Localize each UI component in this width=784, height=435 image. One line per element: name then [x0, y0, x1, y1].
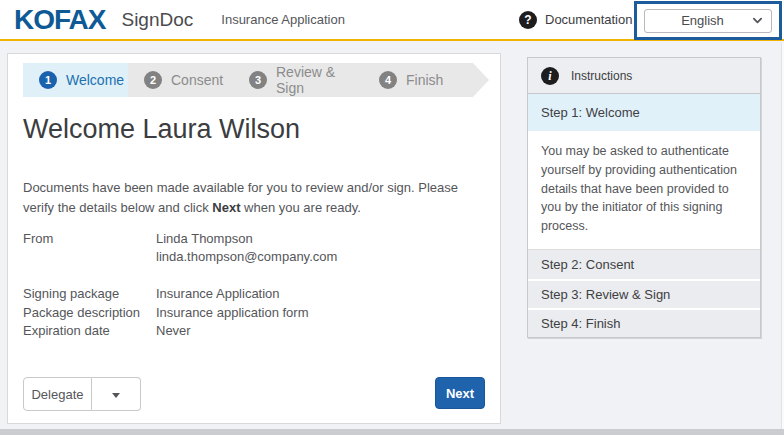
caret-down-icon [112, 393, 120, 398]
step-label: Finish [406, 72, 443, 88]
instructions-title: Instructions [571, 69, 632, 83]
wizard-step-finish[interactable]: 4 Finish [363, 63, 468, 97]
sidebar-step-3-review-sign[interactable]: Step 3: Review & Sign [528, 279, 760, 308]
step-number-badge: 1 [39, 71, 57, 89]
detail-label: Signing package [23, 285, 156, 303]
detail-value: Insurance application form [156, 304, 485, 322]
language-selected-value: English [653, 13, 752, 28]
step-label: Welcome [66, 72, 124, 88]
step-label: Review & Sign [276, 64, 363, 96]
detail-row-from: From Linda Thompson linda.thompson@compa… [23, 230, 485, 266]
detail-value: Never [156, 322, 485, 340]
intro-part2: when you are ready. [241, 200, 361, 215]
language-select[interactable]: English [644, 9, 772, 33]
detail-value: Linda Thompson linda.thompson@company.co… [156, 230, 485, 266]
delegate-button[interactable]: Delegate [23, 377, 92, 411]
step-label: Consent [171, 72, 223, 88]
sidebar-step-1-description: You may be asked to authenticate yoursel… [528, 131, 760, 250]
detail-row-expiration-date: Expiration date Never [23, 322, 485, 340]
intro-text: Documents have been made available for y… [23, 178, 485, 218]
package-details: From Linda Thompson linda.thompson@compa… [23, 230, 485, 340]
product-name: SignDoc [121, 9, 193, 31]
main-panel: 1 Welcome 2 Consent 3 Review & Sign 4 Fi… [7, 53, 501, 424]
instructions-header: i Instructions [528, 58, 760, 94]
sidebar-step-1-welcome[interactable]: Step 1: Welcome [528, 94, 760, 131]
welcome-heading: Welcome Laura Wilson [23, 114, 300, 145]
documentation-label: Documentation [545, 12, 632, 27]
help-icon: ? [519, 11, 537, 29]
delegate-split-button: Delegate [23, 377, 141, 411]
language-select-focus-ring: English [634, 1, 782, 40]
info-icon: i [541, 67, 559, 85]
detail-label: Package description [23, 304, 156, 322]
chevron-down-icon [752, 15, 763, 26]
intro-bold-next: Next [212, 200, 240, 215]
bottom-scrollbar[interactable] [0, 429, 784, 435]
delegate-dropdown-button[interactable] [92, 377, 141, 411]
instructions-panel: i Instructions Step 1: Welcome You may b… [527, 57, 761, 338]
wizard-step-consent[interactable]: 2 Consent [128, 63, 233, 97]
next-button[interactable]: Next [435, 377, 485, 409]
kofax-logo: KOFAX [14, 6, 105, 34]
sidebar-step-4-finish[interactable]: Step 4: Finish [528, 308, 760, 337]
app-header: KOFAX SignDoc Insurance Application ? Do… [0, 0, 784, 41]
detail-value: Insurance Application [156, 285, 485, 303]
detail-row-signing-package: Signing package Insurance Application [23, 285, 485, 303]
package-title: Insurance Application [221, 12, 345, 27]
step-number-badge: 4 [379, 71, 397, 89]
wizard-step-review-sign[interactable]: 3 Review & Sign [233, 63, 363, 97]
sender-name: Linda Thompson [156, 230, 485, 248]
sidebar-step-2-consent[interactable]: Step 2: Consent [528, 250, 760, 279]
detail-row-package-description: Package description Insurance applicatio… [23, 304, 485, 322]
action-bar: Delegate Next [23, 376, 485, 411]
wizard-step-welcome[interactable]: 1 Welcome [23, 63, 128, 97]
detail-label: From [23, 230, 156, 266]
sender-email: linda.thompson@company.com [156, 248, 485, 266]
step-number-badge: 2 [144, 71, 162, 89]
detail-label: Expiration date [23, 322, 156, 340]
documentation-link[interactable]: ? Documentation [519, 0, 632, 39]
step-wizard: 1 Welcome 2 Consent 3 Review & Sign 4 Fi… [23, 63, 489, 97]
step-number-badge: 3 [249, 71, 267, 89]
